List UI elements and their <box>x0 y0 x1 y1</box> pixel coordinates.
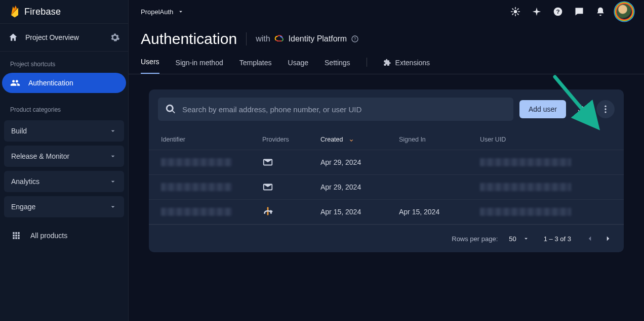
firebase-flame-icon <box>9 5 20 19</box>
help-icon[interactable]: ? <box>553 7 563 17</box>
cell-uid <box>480 158 612 166</box>
identity-platform-label: Identity Platform <box>289 34 347 43</box>
category-label: Engage <box>11 203 35 211</box>
cell-created: Apr 15, 2024 <box>320 208 399 216</box>
divider <box>246 32 247 45</box>
add-user-button[interactable]: Add user <box>519 100 566 118</box>
tab-settings[interactable]: Settings <box>325 59 350 74</box>
identity-platform-tag: with Identity Platform ? <box>256 34 359 44</box>
rpp-select[interactable]: 50 <box>509 235 529 243</box>
refresh-button[interactable] <box>572 100 590 118</box>
extensions-label: Extensions <box>395 59 430 67</box>
categories-header: Product categories <box>0 97 128 118</box>
tab-templates[interactable]: Templates <box>239 59 272 74</box>
panel-toolbar: Add user <box>149 89 624 129</box>
svg-point-6 <box>605 108 606 110</box>
table-row[interactable]: Apr 29, 2024 <box>149 150 624 175</box>
content-area: Add user Identifier Providers Created Si… <box>129 74 644 262</box>
cell-created: Apr 29, 2024 <box>320 183 399 191</box>
brand-row: Firebase <box>0 0 128 23</box>
svg-point-7 <box>605 111 606 113</box>
tab-usage[interactable]: Usage <box>288 59 308 74</box>
category-analytics[interactable]: Analytics <box>4 171 124 192</box>
title-row: Authentication with Identity Platform ? <box>129 23 644 50</box>
category-engage[interactable]: Engage <box>4 196 124 217</box>
cell-uid <box>480 208 612 216</box>
extension-icon <box>383 59 391 67</box>
project-selector[interactable]: PropelAuth <box>141 8 184 16</box>
category-label: Analytics <box>11 177 39 186</box>
all-products-link[interactable]: All products <box>0 219 128 252</box>
main-area: PropelAuth ? Authentication with Identit… <box>129 0 644 321</box>
google-cloud-icon <box>274 34 285 44</box>
divider <box>367 58 367 67</box>
tab-users[interactable]: Users <box>141 58 159 74</box>
category-release[interactable]: Release & Monitor <box>4 146 124 167</box>
more-vert-icon <box>600 104 611 114</box>
topbar: PropelAuth ? <box>129 0 644 23</box>
rows-per-page: Rows per page: 50 <box>452 235 530 243</box>
table-row[interactable]: Apr 29, 2024 <box>149 175 624 200</box>
search-input[interactable] <box>182 105 506 114</box>
svg-text:?: ? <box>556 8 559 15</box>
cell-identifier <box>161 208 262 216</box>
gear-icon[interactable] <box>110 32 120 42</box>
info-icon[interactable]: ? <box>351 35 359 43</box>
cell-uid <box>480 183 612 191</box>
bell-icon[interactable] <box>595 7 606 17</box>
chevron-down-icon <box>109 152 117 160</box>
cell-created: Apr 29, 2024 <box>320 158 399 166</box>
oidc-icon <box>262 206 273 217</box>
col-providers[interactable]: Providers <box>262 136 320 143</box>
apps-grid-icon <box>11 231 21 241</box>
rpp-label: Rows per page: <box>452 235 498 243</box>
email-icon <box>262 157 273 168</box>
more-menu-button[interactable] <box>596 100 615 118</box>
caret-down-icon <box>522 235 530 242</box>
svg-point-5 <box>605 106 606 107</box>
home-icon <box>8 32 18 42</box>
page-title: Authentication <box>141 30 237 48</box>
col-uid[interactable]: User UID <box>480 136 612 143</box>
category-label: Release & Monitor <box>11 152 69 160</box>
sidebar-item-authentication[interactable]: Authentication <box>2 73 126 93</box>
chevron-left-icon[interactable] <box>585 234 594 243</box>
arrow-down-icon <box>348 136 355 143</box>
pagination: Rows per page: 50 1 – 3 of 3 <box>149 224 624 252</box>
page-range: 1 – 3 of 3 <box>544 235 571 243</box>
chevron-down-icon <box>109 127 117 135</box>
project-overview-row[interactable]: Project Overview <box>0 23 128 52</box>
topbar-icons: ? <box>510 4 632 19</box>
col-signed-in[interactable]: Signed In <box>399 136 480 143</box>
cell-signed-in: Apr 15, 2024 <box>399 208 480 216</box>
project-overview-label: Project Overview <box>25 33 79 41</box>
avatar[interactable] <box>617 4 632 19</box>
category-label: Build <box>11 127 27 135</box>
project-name: PropelAuth <box>141 8 173 16</box>
tabs: Users Sign-in method Templates Usage Set… <box>129 50 644 74</box>
sidebar: Firebase Project Overview Project shortc… <box>0 0 129 321</box>
brand-text: Firebase <box>24 7 61 17</box>
spark-icon[interactable] <box>532 7 542 17</box>
email-icon <box>262 181 273 193</box>
note-icon[interactable] <box>574 7 584 17</box>
table-header: Identifier Providers Created Signed In U… <box>149 129 624 150</box>
caret-down-icon <box>177 8 184 15</box>
tab-signin-method[interactable]: Sign-in method <box>176 59 223 74</box>
svg-text:?: ? <box>354 36 356 41</box>
col-identifier[interactable]: Identifier <box>161 136 262 143</box>
category-build[interactable]: Build <box>4 120 124 142</box>
cell-provider <box>262 157 320 168</box>
firebase-logo: Firebase <box>9 5 61 19</box>
col-created[interactable]: Created <box>320 136 399 143</box>
cell-provider <box>262 181 320 193</box>
search-wrap[interactable] <box>158 98 513 121</box>
tab-extensions[interactable]: Extensions <box>383 59 430 74</box>
svg-point-0 <box>514 10 517 14</box>
with-label: with <box>256 34 270 43</box>
chevron-right-icon[interactable] <box>603 234 613 243</box>
search-icon <box>165 104 176 115</box>
cell-provider <box>262 206 320 217</box>
table-row[interactable]: Apr 15, 2024 Apr 15, 2024 <box>149 200 624 224</box>
brightness-icon[interactable] <box>510 7 520 17</box>
